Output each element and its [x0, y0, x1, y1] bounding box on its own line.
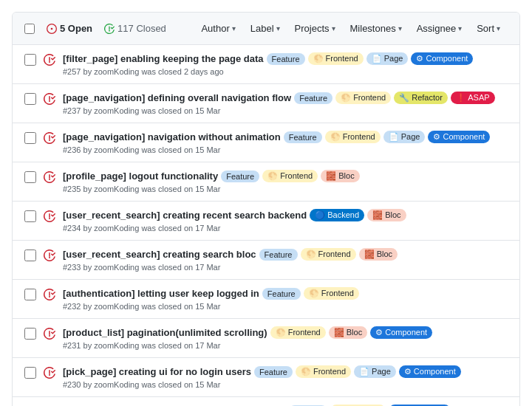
table-row[interactable]: [profile_page] logout functionalityFeatu… [13, 162, 519, 202]
issue-label[interactable]: Feature [221, 171, 259, 182]
issue-meta: #235 by zoomKoding was closed on 15 Mar [63, 185, 508, 193]
issue-meta: #230 by zoomKoding was closed on 15 Mar [63, 380, 508, 389]
issue-title[interactable]: [user_recent_search] creating recent sea… [63, 210, 307, 221]
table-row[interactable]: [user_recent_search] creating recent sea… [13, 202, 519, 241]
issue-label[interactable]: 🌕 Frontend [301, 248, 356, 261]
milestones-chevron: ▾ [398, 24, 402, 32]
issue-title-row: [user_recent_search] creating search blo… [63, 248, 508, 261]
projects-filter-btn[interactable]: Projects ▾ [287, 20, 343, 37]
issue-label[interactable]: 🌕 Frontend [325, 131, 381, 143]
issue-title-row: [profile_page] logout functionalityFeatu… [63, 170, 508, 182]
closed-issue-icon [44, 132, 55, 144]
table-row[interactable]: [filter_page] enabling keeping the page … [13, 45, 519, 84]
issue-label[interactable]: 🧱 Bloc [321, 170, 359, 182]
issue-label[interactable]: Feature [259, 249, 298, 261]
table-row[interactable]: [pick_page] creating ui for no login use… [13, 358, 519, 397]
issue-title[interactable]: [pick_page] creating ui for no login use… [63, 366, 251, 377]
issue-checkbox[interactable] [24, 367, 36, 379]
label-filter-btn[interactable]: Label ▾ [243, 20, 287, 37]
issue-label[interactable]: 🌕 Frontend [270, 326, 326, 339]
closed-issue-icon [44, 250, 55, 261]
table-row[interactable]: [page_navigation] navigation without ani… [13, 123, 519, 162]
issue-checkbox[interactable] [24, 132, 36, 144]
issue-label[interactable]: 🌕 Frontend [304, 287, 359, 300]
closed-issue-icon [44, 289, 55, 300]
issue-title[interactable]: [product_list] pagination(unlimited scro… [63, 327, 267, 338]
closed-issues-btn[interactable]: 117 Closed [104, 23, 166, 34]
issue-title[interactable]: [page_navigation] navigation without ani… [63, 131, 281, 142]
closed-icon [104, 24, 115, 34]
issue-title-row: [authentication] letting user keep logge… [63, 287, 508, 300]
sort-chevron: ▾ [497, 24, 500, 32]
issue-label[interactable]: Feature [294, 92, 332, 104]
author-chevron: ▾ [232, 24, 236, 32]
list-header: 5 Open 117 Closed Author ▾ Label ▾ [13, 13, 519, 45]
issue-title-row: [user_recent_search] creating recent sea… [63, 209, 508, 221]
issue-meta: #231 by zoomKoding was closed on 17 Mar [63, 341, 508, 350]
issue-label[interactable]: ⚙ Component [428, 131, 490, 143]
table-row[interactable]: [page_navigation] defining overall navig… [13, 84, 519, 123]
issue-content: [filter_page] enabling keeping the page … [63, 52, 508, 76]
table-row[interactable]: [auto_complete] Fixing product name clic… [13, 397, 519, 406]
issue-content: [page_navigation] navigation without ani… [63, 131, 508, 154]
issue-label[interactable]: 📄 Page [354, 365, 396, 378]
label-chevron: ▾ [276, 24, 280, 32]
issue-title[interactable]: [profile_page] logout functionality [63, 171, 218, 182]
closed-count: 117 Closed [117, 23, 166, 34]
issue-meta: #232 by zoomKoding was closed on 15 Mar [63, 302, 508, 311]
issue-label[interactable]: Feature [262, 288, 301, 300]
issue-label[interactable]: 🌕 Frontend [296, 365, 351, 378]
issue-title-row: [page_navigation] defining overall navig… [63, 92, 508, 104]
issue-checkbox[interactable] [24, 328, 36, 340]
issue-label[interactable]: 🧱 Bloc [329, 326, 367, 339]
issue-checkbox[interactable] [24, 93, 36, 105]
issue-label[interactable]: ⚙ Component [399, 365, 461, 378]
issue-checkbox[interactable] [24, 54, 36, 66]
issue-label[interactable]: ⚙ Component [411, 52, 473, 65]
issue-label[interactable]: 📄 Page [383, 131, 426, 143]
issue-label[interactable]: 🌕 Frontend [262, 170, 318, 182]
issue-meta: #236 by zoomKoding was closed on 15 Mar [63, 145, 508, 154]
issue-title[interactable]: [user_recent_search] creating search blo… [63, 249, 256, 260]
table-row[interactable]: [authentication] letting user keep logge… [13, 280, 519, 319]
issue-label[interactable]: Feature [254, 366, 293, 378]
issue-title[interactable]: [page_navigation] defining overall navig… [63, 92, 291, 103]
issue-checkbox[interactable] [24, 171, 36, 183]
list-header-right: Author ▾ Label ▾ Projects ▾ Milestones ▾… [194, 20, 508, 37]
issue-checkbox[interactable] [24, 250, 36, 261]
issue-label[interactable]: 🔵 Backend [310, 209, 364, 221]
issue-label[interactable]: 🧱 Bloc [359, 248, 398, 261]
list-header-left: 5 Open 117 Closed [24, 23, 166, 34]
sort-filter-btn[interactable]: Sort ▾ [469, 20, 508, 37]
sort-label: Sort [477, 23, 494, 34]
issue-label[interactable]: ⚙ Component [370, 326, 432, 339]
issue-label[interactable]: Feature [284, 131, 322, 143]
assignee-label: Assignee [417, 23, 456, 34]
issue-label[interactable]: 🧱 Bloc [367, 209, 406, 221]
select-all-checkbox[interactable] [24, 24, 35, 34]
issue-title-row: [product_list] pagination(unlimited scro… [63, 326, 508, 339]
open-issues-btn[interactable]: 5 Open [47, 23, 92, 34]
issue-checkbox[interactable] [24, 210, 36, 222]
issue-label[interactable]: Feature [267, 53, 305, 65]
closed-issue-icon [44, 93, 55, 105]
issue-title[interactable]: [authentication] letting user keep logge… [63, 288, 259, 299]
author-filter-btn[interactable]: Author ▾ [194, 20, 242, 37]
issue-label[interactable]: 🌕 Frontend [335, 92, 391, 104]
table-row[interactable]: [product_list] pagination(unlimited scro… [13, 319, 519, 358]
issue-meta: #257 by zoomKoding was closed 2 days ago [63, 67, 508, 76]
issue-checkbox[interactable] [24, 289, 36, 300]
issue-title[interactable]: [filter_page] enabling keeping the page … [63, 53, 264, 64]
closed-issue-icon [44, 54, 55, 66]
assignee-chevron: ▾ [458, 24, 462, 32]
issue-label[interactable]: ❗ ASAP [451, 92, 495, 104]
assignee-filter-btn[interactable]: Assignee ▾ [409, 20, 469, 37]
issue-label[interactable]: 🌕 Frontend [308, 52, 364, 65]
issue-label[interactable]: 🔧 Refactor [394, 92, 448, 104]
issue-label[interactable]: 📄 Page [366, 52, 409, 65]
table-row[interactable]: [user_recent_search] creating search blo… [13, 241, 519, 280]
issue-title-row: [page_navigation] navigation without ani… [63, 131, 508, 143]
issue-title-row: [pick_page] creating ui for no login use… [63, 365, 508, 378]
milestones-filter-btn[interactable]: Milestones ▾ [343, 20, 409, 37]
projects-chevron: ▾ [332, 24, 335, 32]
